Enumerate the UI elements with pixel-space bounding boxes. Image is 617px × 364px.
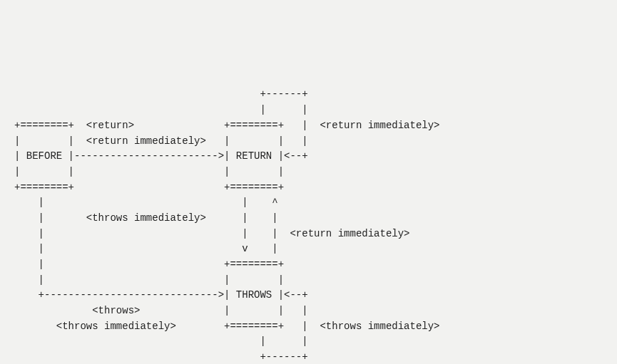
diagram-line: | | <box>14 336 308 347</box>
diagram-line: +----------------------------->| THROWS … <box>14 289 308 301</box>
diagram-line: | | | <return immediately> <box>14 228 410 239</box>
diagram-line: | +========+ <box>14 259 284 270</box>
ascii-state-diagram: +------+ | | +========+ <return> +======… <box>0 62 617 364</box>
diagram-line: | | <return immediately> | | | <box>14 135 308 147</box>
diagram-line: | BEFORE |------------------------>| RET… <box>14 150 308 162</box>
diagram-line: | v | <box>14 243 278 254</box>
diagram-line: | | | | <box>14 166 284 177</box>
diagram-line: | | <box>14 104 308 115</box>
diagram-line: +------+ <box>14 351 308 363</box>
diagram-line: | | | <box>14 274 284 286</box>
diagram-line: <throws> | | | <box>14 305 308 316</box>
diagram-line: +========+ +========+ <box>14 182 284 193</box>
diagram-line: | <throws immediately> | | <box>14 212 278 224</box>
diagram-line: | | ^ <box>14 197 278 208</box>
diagram-line: +------+ <box>14 88 308 100</box>
diagram-line: +========+ <return> +========+ | <return… <box>14 120 440 131</box>
diagram-line: <throws immediately> +========+ | <throw… <box>14 321 440 332</box>
